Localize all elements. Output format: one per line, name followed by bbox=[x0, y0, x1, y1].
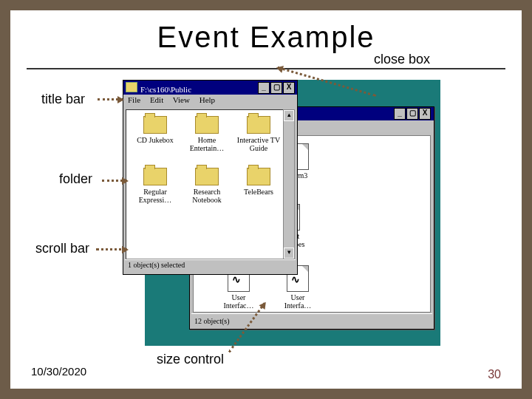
folder-icon bbox=[143, 116, 167, 134]
label-scroll-bar: scroll bar bbox=[35, 241, 89, 256]
window-body-front: CD Jukebox Home Entertain… Interactive T… bbox=[126, 109, 284, 259]
maximize-button[interactable]: ▢ bbox=[270, 82, 282, 94]
window-front: F:\cs160\Public _ ▢ X File Edit View Hel… bbox=[123, 80, 298, 275]
folder-icon bbox=[247, 168, 270, 185]
folder-icon bbox=[126, 82, 137, 92]
folder-icon bbox=[247, 116, 270, 134]
window-title-front: F:\cs160\Public bbox=[140, 85, 191, 94]
label-close-box: close box bbox=[374, 52, 430, 67]
folder-icon bbox=[195, 168, 219, 185]
desktop-screenshot: Web Newspaper _ ▢ X elp ∿Form2.frx ≡Form… bbox=[145, 80, 440, 346]
menu-help[interactable]: Help bbox=[200, 95, 215, 104]
folder-item[interactable]: Research Notebook bbox=[184, 168, 230, 204]
slide-title: Event Example bbox=[0, 21, 532, 54]
folder-item[interactable]: TeleBears bbox=[236, 168, 282, 196]
minimize-button[interactable]: _ bbox=[258, 82, 270, 94]
close-button[interactable]: X bbox=[283, 82, 295, 94]
minimize-button[interactable]: _ bbox=[394, 108, 406, 120]
footer-date: 10/30/2020 bbox=[31, 365, 86, 378]
maximize-button[interactable]: ▢ bbox=[406, 108, 418, 120]
statusbar-front: 1 object(s) selected bbox=[125, 259, 296, 273]
folder-item[interactable]: CD Jukebox bbox=[132, 116, 178, 144]
scrollbar[interactable] bbox=[283, 109, 295, 259]
statusbar-back: 12 object(s) bbox=[191, 313, 432, 327]
menu-file[interactable]: File bbox=[128, 95, 140, 104]
folder-icon bbox=[195, 116, 219, 134]
label-size-control: size control bbox=[157, 352, 224, 367]
folder-item[interactable]: Home Entertain… bbox=[184, 116, 230, 152]
titlebar-front[interactable]: F:\cs160\Public _ ▢ X bbox=[123, 81, 297, 95]
close-button[interactable]: X bbox=[419, 108, 431, 120]
label-title-bar: title bar bbox=[41, 92, 85, 107]
folder-item[interactable]: Interactive TV Guide bbox=[236, 116, 282, 152]
menu-edit[interactable]: Edit bbox=[150, 95, 163, 104]
folder-item[interactable]: Regular Expressi… bbox=[132, 168, 178, 204]
menubar-front[interactable]: File Edit View Help bbox=[123, 95, 297, 108]
footer-page-number: 30 bbox=[488, 368, 501, 381]
title-rule bbox=[27, 68, 505, 69]
label-folder: folder bbox=[59, 171, 92, 187]
folder-icon bbox=[143, 168, 167, 185]
menu-view[interactable]: View bbox=[173, 95, 190, 104]
